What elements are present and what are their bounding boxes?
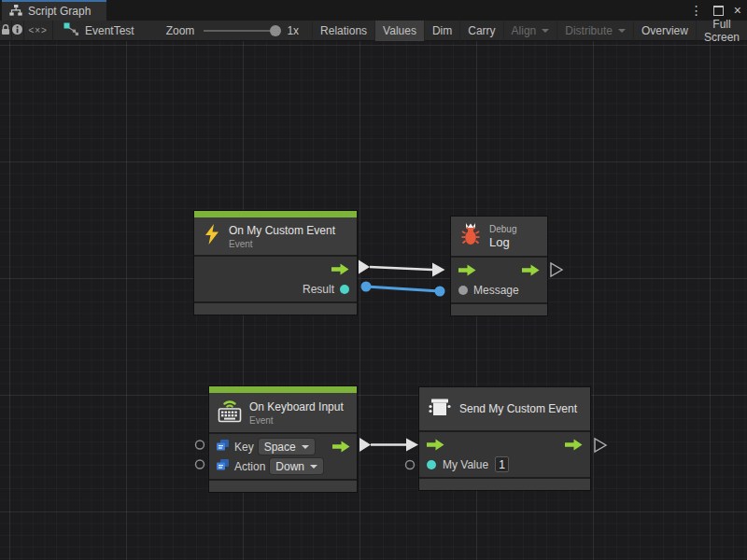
graph-node-icon bbox=[63, 22, 79, 39]
node-body: Message bbox=[451, 256, 547, 304]
value-wire-endpoint[interactable] bbox=[435, 287, 445, 297]
event-accent-bar bbox=[194, 211, 357, 217]
value-wire-endpoint[interactable] bbox=[361, 282, 372, 292]
toolbar-buttons: Relations Values Dim Carry Align Distrib… bbox=[312, 21, 747, 41]
result-value-port[interactable] bbox=[340, 285, 349, 294]
lock-button[interactable] bbox=[0, 21, 11, 41]
info-icon bbox=[11, 23, 23, 38]
node-send-my-custom-event[interactable]: Send My Custom Event My Value bbox=[419, 387, 590, 490]
flow-wire-arrowhead bbox=[432, 263, 445, 277]
node-footer bbox=[451, 304, 547, 315]
lock-icon bbox=[0, 23, 11, 38]
action-dropdown[interactable]: Down bbox=[270, 458, 323, 474]
chevron-down-icon bbox=[542, 29, 549, 33]
node-title: On My Custom Event bbox=[229, 224, 335, 237]
graph-canvas[interactable]: On My Custom Event Event Result bbox=[0, 41, 747, 560]
node-on-keyboard-input[interactable]: On Keyboard Input Event Key bbox=[209, 386, 357, 492]
port-label-key: Key bbox=[234, 441, 254, 454]
node-title: Send My Custom Event bbox=[459, 402, 577, 415]
port-label-my-value: My Value bbox=[443, 458, 488, 471]
flow-port-triangle[interactable] bbox=[595, 439, 606, 452]
flow-port-triangle-connected[interactable] bbox=[359, 260, 370, 274]
lightning-bolt-icon bbox=[203, 224, 221, 248]
code-icon: <×> bbox=[28, 25, 48, 35]
event-accent-bar bbox=[209, 386, 357, 393]
flow-wire-arrowhead bbox=[406, 439, 418, 452]
node-subtitle: Event bbox=[229, 239, 335, 249]
graph-name-breadcrumb[interactable]: EventTest bbox=[52, 22, 144, 39]
keycode-type-icon bbox=[216, 439, 230, 455]
zoom-control: Zoom 1x bbox=[166, 24, 299, 37]
key-input-port[interactable] bbox=[196, 441, 204, 449]
zoom-slider[interactable] bbox=[204, 30, 278, 32]
node-footer bbox=[194, 303, 357, 315]
node-title: Log bbox=[489, 235, 516, 249]
flow-port-triangle-connected[interactable] bbox=[359, 438, 371, 452]
value-wire[interactable] bbox=[366, 287, 440, 291]
keyboard-icon bbox=[216, 398, 244, 427]
chevron-down-icon bbox=[302, 445, 309, 449]
port-label-result: Result bbox=[303, 283, 334, 296]
connections-overlay bbox=[0, 41, 747, 560]
node-body: My Value bbox=[419, 430, 590, 479]
maximize-icon[interactable] bbox=[713, 6, 724, 16]
node-debug-log[interactable]: Debug Log Message bbox=[451, 217, 547, 315]
my-value-input[interactable] bbox=[495, 456, 509, 472]
toolbar-button-dim[interactable]: Dim bbox=[424, 21, 459, 41]
node-footer bbox=[209, 481, 357, 492]
my-value-port[interactable] bbox=[427, 460, 436, 469]
node-kicker: Debug bbox=[489, 224, 516, 234]
node-body: Key Space bbox=[209, 432, 357, 481]
flow-output-port[interactable] bbox=[332, 441, 350, 453]
code-toggle-button[interactable]: <×> bbox=[24, 21, 52, 41]
toolbar-button-overview[interactable]: Overview bbox=[633, 21, 696, 41]
flow-input-port[interactable] bbox=[427, 439, 444, 451]
close-icon[interactable]: × bbox=[734, 4, 741, 17]
graph-toolbar: <×> EventTest Zoom 1x Relation bbox=[0, 21, 747, 41]
port-label-message: Message bbox=[473, 284, 519, 297]
zoom-value: 1x bbox=[287, 24, 299, 37]
window-titlebar: Script Graph ⋮ × bbox=[0, 0, 747, 21]
bug-icon bbox=[459, 222, 482, 250]
flow-input-port[interactable] bbox=[458, 264, 476, 276]
flow-output-port[interactable] bbox=[565, 439, 583, 451]
chevron-down-icon bbox=[618, 29, 626, 33]
flow-wire[interactable] bbox=[370, 267, 432, 270]
toolbar-button-distribute[interactable]: Distribute bbox=[557, 21, 633, 41]
toolbar-button-align[interactable]: Align bbox=[503, 21, 557, 41]
node-header: Debug Log bbox=[451, 217, 547, 256]
key-dropdown[interactable]: Space bbox=[259, 439, 315, 455]
toolbar-button-full-screen[interactable]: Full Screen bbox=[696, 21, 747, 41]
unity-script-graph-window: Script Graph ⋮ × bbox=[0, 0, 747, 560]
script-graph-icon bbox=[9, 5, 22, 19]
graph-name-label: EventTest bbox=[85, 24, 134, 37]
action-input-port[interactable] bbox=[196, 460, 204, 469]
toolbar-button-carry[interactable]: Carry bbox=[459, 21, 502, 41]
info-button[interactable] bbox=[11, 21, 23, 41]
node-subtitle: Event bbox=[249, 415, 344, 426]
flow-output-port[interactable] bbox=[522, 264, 540, 276]
zoom-slider-handle[interactable] bbox=[270, 25, 281, 36]
toolbar-button-relations[interactable]: Relations bbox=[312, 21, 374, 41]
node-body: Result bbox=[194, 255, 357, 303]
node-footer bbox=[419, 479, 590, 490]
event-machine-icon bbox=[428, 395, 452, 423]
flow-output-port[interactable] bbox=[331, 263, 349, 275]
node-header: Send My Custom Event bbox=[419, 387, 590, 430]
keycode-type-icon bbox=[216, 458, 230, 474]
message-value-port[interactable] bbox=[458, 286, 468, 295]
tab-title: Script Graph bbox=[28, 5, 91, 18]
toolbar-button-values[interactable]: Values bbox=[374, 21, 424, 41]
chevron-down-icon bbox=[310, 465, 317, 469]
node-header: On My Custom Event Event bbox=[194, 217, 357, 255]
zoom-label: Zoom bbox=[166, 24, 195, 37]
flow-port-triangle[interactable] bbox=[551, 263, 562, 276]
node-on-my-custom-event[interactable]: On My Custom Event Event Result bbox=[194, 211, 357, 315]
tab-script-graph[interactable]: Script Graph bbox=[2, 0, 106, 21]
node-title: On Keyboard Input bbox=[249, 400, 344, 413]
my-value-input-port[interactable] bbox=[406, 461, 415, 469]
kebab-menu-icon[interactable]: ⋮ bbox=[690, 4, 703, 17]
node-header: On Keyboard Input Event bbox=[209, 393, 357, 432]
port-label-action: Action bbox=[234, 460, 265, 473]
